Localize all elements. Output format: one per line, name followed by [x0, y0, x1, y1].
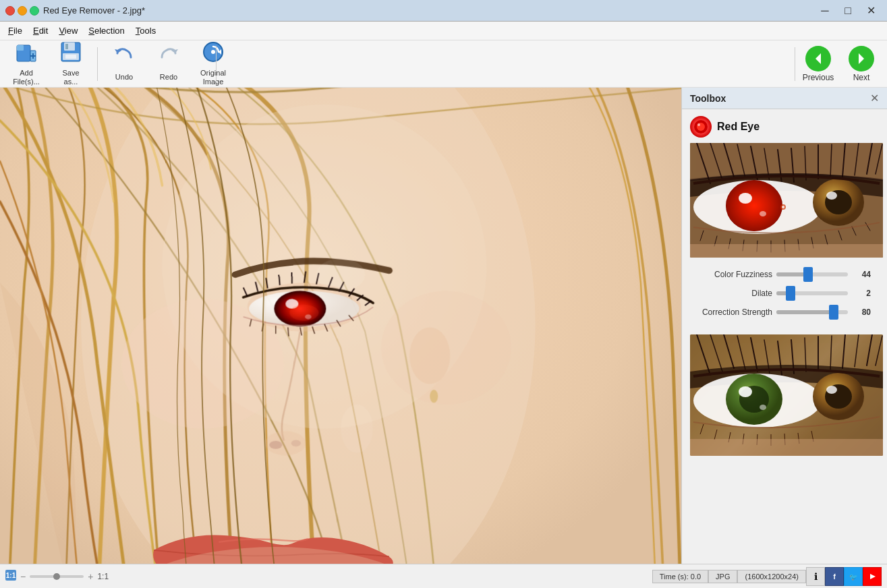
window-dots — [5, 6, 39, 16]
zoom-in-button[interactable]: + — [88, 571, 93, 582]
toolbar-sep-1 — [97, 47, 98, 81]
toolbox-header: Toolbox ✕ — [682, 88, 887, 109]
menu-bar: File Edit View Selection Tools — [0, 22, 887, 40]
dilate-label: Dilate — [698, 289, 772, 298]
next-icon — [849, 46, 874, 71]
svg-marker-15 — [816, 53, 821, 64]
zoom-out-button[interactable]: − — [20, 571, 26, 582]
main-area: Toolbox ✕ Red Eye — [0, 88, 887, 564]
dot-green[interactable] — [30, 6, 39, 16]
red-eye-title-row: Red Eye — [690, 116, 879, 138]
svg-point-14 — [211, 50, 215, 54]
correction-strength-value: 80 — [852, 307, 871, 317]
original-image-label: OriginalImage — [200, 69, 226, 86]
svg-rect-9 — [65, 55, 76, 59]
original-image-button[interactable]: OriginalImage — [192, 44, 234, 84]
add-files-button[interactable]: AddFile(s)... — [5, 44, 47, 84]
svg-point-122 — [760, 405, 766, 410]
nav-divider — [795, 47, 795, 81]
svg-text:f: f — [833, 572, 836, 581]
svg-point-53 — [409, 327, 450, 384]
color-fuzziness-label: Color Fuzziness — [698, 270, 772, 279]
menu-edit[interactable]: Edit — [28, 23, 53, 38]
title-controls: ─ □ ✕ — [814, 2, 882, 20]
svg-line-26 — [279, 274, 280, 285]
close-button[interactable]: ✕ — [860, 2, 882, 20]
svg-point-94 — [760, 211, 766, 216]
toolbox-panel: Toolbox ✕ Red Eye — [681, 88, 887, 564]
svg-point-54 — [430, 390, 438, 403]
svg-point-55 — [316, 258, 365, 291]
red-eye-section: Red Eye — [682, 109, 887, 469]
undo-label: Undo — [115, 73, 133, 82]
menu-file[interactable]: File — [3, 23, 28, 38]
add-files-icon — [16, 41, 37, 67]
save-as-button[interactable]: Saveas... — [50, 44, 92, 84]
zoom-label: 1:1 — [97, 572, 109, 581]
color-fuzziness-row: Color Fuzziness 44 — [698, 270, 871, 279]
info-button[interactable]: ℹ — [806, 567, 825, 586]
undo-button[interactable]: Undo — [103, 44, 145, 84]
status-bar: 1:1 − + 1:1 Time (s): 0.0 JPG (1600x1200… — [0, 564, 887, 588]
svg-point-50 — [269, 441, 282, 449]
svg-point-125 — [826, 386, 837, 394]
save-icon — [60, 41, 82, 67]
toolbar-right: Previous Next — [795, 44, 882, 84]
svg-point-59 — [697, 123, 700, 126]
status-right: Time (s): 0.0 JPG (1600x1200x24) ℹ f 🐦 — [652, 567, 882, 586]
correction-strength-label: Correction Strength — [698, 307, 772, 317]
svg-rect-1 — [17, 45, 24, 51]
maximize-button[interactable]: □ — [837, 2, 859, 20]
redo-button[interactable]: Redo — [148, 44, 190, 84]
time-status: Time (s): 0.0 — [652, 570, 708, 583]
format-status: JPG — [708, 570, 737, 583]
dilate-slider[interactable] — [776, 291, 848, 295]
svg-point-92 — [726, 180, 782, 231]
svg-rect-135 — [690, 439, 883, 456]
menu-selection[interactable]: Selection — [83, 23, 130, 38]
svg-point-100 — [782, 206, 784, 208]
color-fuzziness-value: 44 — [852, 270, 871, 279]
toolbox-close-button[interactable]: ✕ — [870, 92, 879, 105]
svg-point-51 — [291, 440, 301, 447]
canvas-area[interactable] — [0, 88, 681, 564]
svg-text:1:1: 1:1 — [6, 572, 16, 579]
zoom-icon: 1:1 — [5, 570, 16, 583]
minimize-button[interactable]: ─ — [814, 2, 836, 20]
canvas-image — [0, 88, 681, 564]
svg-text:🐦: 🐦 — [849, 572, 858, 581]
menu-tools[interactable]: Tools — [130, 23, 161, 38]
save-as-label: Saveas... — [62, 69, 79, 86]
original-image-icon — [202, 41, 224, 67]
red-eye-icon — [690, 116, 712, 138]
next-label: Next — [853, 73, 870, 82]
redo-icon — [158, 45, 179, 71]
share-youtube-button[interactable] — [863, 567, 882, 586]
add-files-label: AddFile(s)... — [13, 69, 40, 86]
svg-rect-7 — [65, 44, 68, 49]
toolbar-sep-2 — [216, 46, 217, 82]
correction-strength-row: Correction Strength 80 — [698, 307, 871, 317]
zoom-slider[interactable] — [30, 575, 84, 578]
dilate-value: 2 — [852, 289, 871, 298]
dilate-row: Dilate 2 — [698, 289, 871, 298]
dot-yellow[interactable] — [18, 6, 27, 16]
share-facebook-button[interactable]: f — [825, 567, 844, 586]
window-title: Red Eye Remover - 2.jpg* — [43, 5, 145, 16]
toolbar: AddFile(s)... Saveas... Undo — [0, 40, 887, 88]
correction-strength-slider[interactable] — [776, 310, 848, 314]
svg-point-39 — [289, 305, 318, 321]
share-twitter-button[interactable]: 🐦 — [844, 567, 863, 586]
menu-view[interactable]: View — [53, 23, 83, 38]
dot-red[interactable] — [5, 6, 15, 16]
color-fuzziness-slider[interactable] — [776, 272, 848, 276]
previous-button[interactable]: Previous — [798, 44, 838, 84]
status-left: 1:1 − + 1:1 — [5, 570, 109, 583]
svg-point-121 — [739, 386, 752, 397]
undo-icon — [113, 45, 135, 71]
red-eye-label: Red Eye — [717, 121, 760, 133]
next-button[interactable]: Next — [841, 44, 882, 84]
dimensions-status: (1600x1200x24) — [737, 570, 806, 583]
eye-preview-after — [690, 334, 883, 456]
title-bar-left: Red Eye Remover - 2.jpg* — [5, 5, 145, 16]
